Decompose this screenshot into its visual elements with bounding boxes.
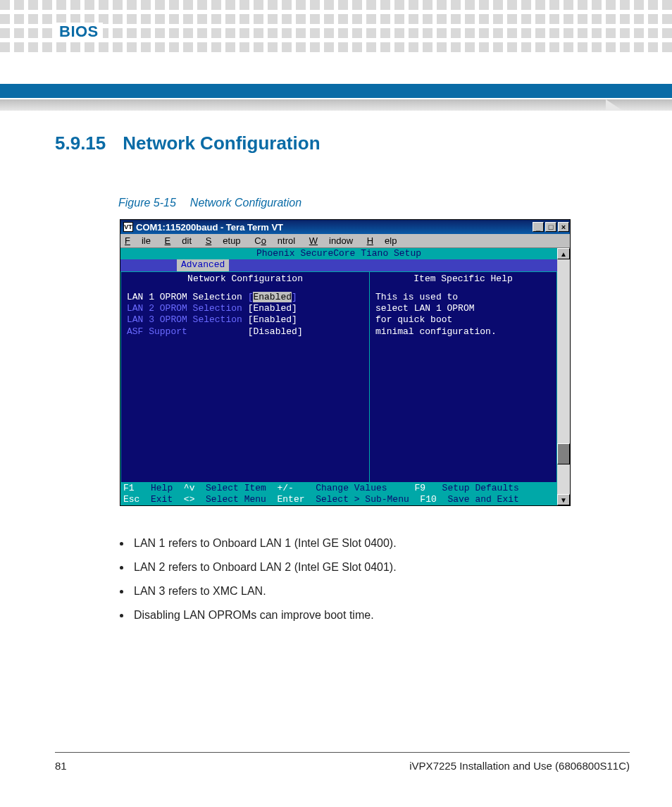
figure-caption: Figure 5-15Network Configuration	[118, 197, 630, 209]
window-titlebar: VT COM1:115200baud - Tera Term VT _ □ ×	[120, 220, 570, 234]
bios-option[interactable]: LAN 2 OPROM Selection [Enabled]	[127, 303, 363, 314]
bios-panel-title: Network Configuration	[127, 273, 363, 285]
bios-footer: F1 Help ^v Select Item +/- Change Values…	[120, 483, 557, 506]
figure-title: Network Configuration	[190, 197, 301, 209]
scroll-up-button[interactable]: ▲	[557, 248, 570, 259]
bios-option[interactable]: LAN 3 OPROM Selection [Enabled]	[127, 314, 363, 326]
section-title-text: Network Configuration	[123, 133, 320, 154]
bullet-list: LAN 1 refers to Onboard LAN 1 (Intel GE …	[131, 537, 630, 622]
section-title: 5.9.15Network Configuration	[55, 133, 630, 154]
bios-help-title: Item Specific Help	[375, 273, 551, 285]
bios-header: Phoenix SecureCore Tiano Setup	[120, 248, 557, 259]
bios-option[interactable]: ASF Support [Disabled]	[127, 326, 363, 338]
menu-help[interactable]: Help	[367, 235, 397, 246]
blue-divider	[0, 84, 672, 98]
window-title: COM1:115200baud - Tera Term VT	[136, 222, 283, 233]
bios-help-panel: Item Specific Help This is used to selec…	[369, 271, 557, 483]
bios-help-text: This is used to select LAN 1 OPROM for q…	[375, 292, 551, 338]
page-number: 81	[55, 760, 67, 772]
list-item: LAN 2 refers to Onboard LAN 2 (Intel GE …	[131, 561, 630, 574]
bios-screen: Phoenix SecureCore Tiano Setup Advanced …	[120, 248, 557, 505]
menu-file[interactable]: File	[125, 235, 151, 246]
list-item: LAN 3 refers to XMC LAN.	[131, 585, 630, 598]
menubar: File Edit Setup Control Window Help	[120, 234, 570, 248]
bios-tabs: Advanced	[120, 259, 557, 271]
chapter-label: BIOS	[55, 23, 103, 41]
scrollbar[interactable]: ▲ ▼	[557, 248, 570, 505]
list-item: Disabling LAN OPROMs can improve boot ti…	[131, 609, 630, 622]
scrollbar-thumb[interactable]	[557, 443, 570, 464]
page-footer: 81 iVPX7225 Installation and Use (680680…	[55, 752, 630, 772]
close-button[interactable]: ×	[558, 222, 569, 232]
bios-tab-advanced[interactable]: Advanced	[177, 259, 229, 271]
maximize-button[interactable]: □	[545, 222, 556, 232]
teraterm-window: VT COM1:115200baud - Tera Term VT _ □ × …	[120, 219, 571, 506]
figure-label: Figure 5-15	[118, 197, 176, 209]
doc-title: iVPX7225 Installation and Use (6806800S1…	[409, 760, 630, 772]
section-number: 5.9.15	[55, 133, 106, 154]
bios-option[interactable]: LAN 1 OPROM Selection [Enabled]	[127, 292, 363, 303]
menu-edit[interactable]: Edit	[165, 235, 192, 246]
vt-icon: VT	[123, 222, 133, 232]
menu-control[interactable]: Control	[254, 235, 295, 246]
menu-window[interactable]: Window	[309, 235, 353, 246]
menu-setup[interactable]: Setup	[206, 235, 241, 246]
list-item: LAN 1 refers to Onboard LAN 1 (Intel GE …	[131, 537, 630, 550]
minimize-button[interactable]: _	[533, 222, 544, 232]
bios-options-panel: Network Configuration LAN 1 OPROM Select…	[120, 271, 369, 483]
grey-divider	[0, 99, 672, 111]
scroll-down-button[interactable]: ▼	[557, 494, 570, 505]
scrollbar-track[interactable]	[557, 259, 570, 494]
